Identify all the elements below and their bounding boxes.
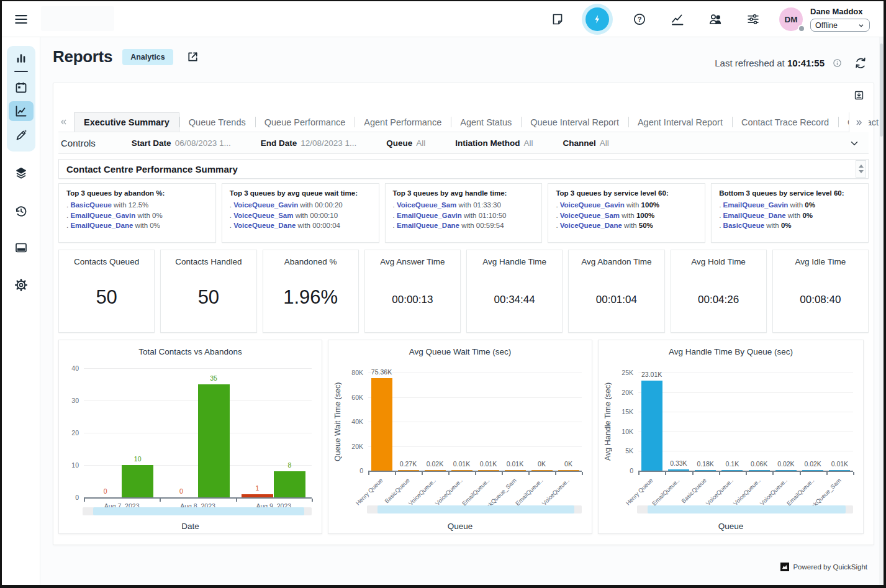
summary-title: Contact Centre Performance Summary <box>66 164 238 174</box>
bar <box>802 470 823 471</box>
chart-title: Avg Queue Wait Time (sec) <box>328 347 592 356</box>
h-scrollbar-thumb[interactable] <box>648 505 846 513</box>
kpi-card-avg-answer-time: Avg Answer Time00:00:13 <box>364 250 461 333</box>
bar-chart-icon[interactable] <box>14 50 29 65</box>
kpi-card-avg-handle-time: Avg Handle Time00:34:44 <box>466 250 563 333</box>
gridline <box>638 451 853 451</box>
insight-value: 0% <box>150 222 160 229</box>
note-icon[interactable] <box>550 12 565 27</box>
filter-intiation-method[interactable]: Intiation MethodAll <box>455 137 533 148</box>
status-select[interactable]: Offline <box>810 19 870 32</box>
insight-line: . EmailQueue_Dane with 0% <box>719 210 861 221</box>
scroll-tabs-right-icon[interactable] <box>849 112 869 132</box>
y-tick-label: 10 <box>57 461 79 469</box>
bar-value-label: 35 <box>201 374 226 382</box>
spinner-up-icon[interactable] <box>859 165 864 168</box>
filter-queue[interactable]: QueueAll <box>386 137 425 148</box>
insight-line: . BasicQueue with 0% <box>719 220 861 231</box>
kpi-card-abandoned: Abandoned %1.96% <box>263 250 359 333</box>
tab-contact-trace-record[interactable]: Contact Trace Record <box>732 112 838 132</box>
insight-box-title: Top 3 queues by service level 60: <box>556 189 697 197</box>
avatar[interactable]: DM <box>779 7 803 31</box>
kpi-label: Avg Hold Time <box>671 257 766 266</box>
axis-tick <box>746 472 747 475</box>
gridline <box>368 397 582 398</box>
insight-box: Top 3 queues by avg handle time:. VoiceQ… <box>385 183 543 243</box>
lightning-icon <box>591 13 603 25</box>
controls-collapse-icon[interactable] <box>849 138 860 149</box>
insight-box-title: Top 3 queues by abandon %: <box>66 189 208 197</box>
tab-queue-performance[interactable]: Queue Performance <box>255 112 355 132</box>
gridline <box>368 373 582 373</box>
y-tick-label: 15K <box>611 408 633 415</box>
tab-executive-summary[interactable]: Executive Summary <box>74 112 179 132</box>
filter-label: Channel <box>563 138 596 148</box>
vertical-scrollbar[interactable] <box>879 37 884 585</box>
bar-value-label: 8 <box>277 461 302 469</box>
help-icon[interactable]: ? <box>632 12 647 27</box>
sidebar-item-reports[interactable] <box>9 101 34 121</box>
hamburger-menu-button[interactable] <box>13 11 29 27</box>
h-scrollbar-thumb[interactable] <box>93 507 304 515</box>
axis-tick <box>638 472 640 475</box>
metrics-icon[interactable] <box>670 12 685 27</box>
sliders-icon[interactable] <box>746 12 761 27</box>
x-category-label: BasicQueue <box>680 477 708 504</box>
x-axis-label: Queue <box>599 522 863 531</box>
filter-value: All <box>524 138 533 148</box>
tab-agent-performance[interactable]: Agent Performance <box>355 112 451 132</box>
queue-name: EmailQueue_Gavin <box>70 212 135 219</box>
bar <box>505 470 526 471</box>
x-category-label: EmailQueue.. <box>651 477 680 507</box>
sidebar <box>2 37 40 585</box>
tab-queue-trends[interactable]: Queue Trends <box>179 112 255 132</box>
insight-value: 0% <box>805 201 815 209</box>
refresh-icon[interactable] <box>854 56 867 70</box>
gear-icon[interactable] <box>14 278 29 292</box>
x-category-label: BasicQueue <box>383 477 410 504</box>
h-scrollbar-thumb[interactable] <box>377 505 574 513</box>
brush-icon[interactable] <box>14 128 29 143</box>
filter-channel[interactable]: ChannelAll <box>563 137 609 148</box>
filter-label: Queue <box>386 138 412 148</box>
insight-line: . VoiceQueue_Dane with 50% <box>556 220 697 231</box>
calendar-icon[interactable] <box>14 80 29 95</box>
bar <box>122 465 153 497</box>
spinner-down-icon[interactable] <box>859 170 864 173</box>
kpi-value: 00:04:26 <box>671 294 766 306</box>
chart-avg-handle-time-by-queue-sec: Avg Handle Time By Queue (sec)Avg Handle… <box>598 340 864 534</box>
y-axis-label: Avg Handle Time (sec) <box>603 360 612 483</box>
filter-start-date[interactable]: Start Date06/08/2023 1... <box>132 137 231 148</box>
tab-agent-interval-report[interactable]: Agent Interval Report <box>628 112 732 132</box>
axis-tick <box>448 472 450 475</box>
bar <box>749 470 770 471</box>
lightning-button[interactable] <box>585 7 609 31</box>
users-icon[interactable] <box>708 12 723 27</box>
insight-value: 00:59:54 <box>476 222 504 229</box>
y-tick-label: 25K <box>611 369 633 376</box>
insight-value: 01:33:30 <box>473 201 501 209</box>
external-link-icon[interactable] <box>186 50 200 64</box>
insight-line: . VoiceQueue_Sam with 01:33:30 <box>393 200 535 210</box>
history-icon[interactable] <box>14 204 29 219</box>
topbar-actions: ? DM <box>550 1 870 37</box>
kpi-label: Abandoned % <box>263 257 358 266</box>
layers-icon[interactable] <box>14 166 29 181</box>
queue-name: BasicQueue <box>723 222 764 229</box>
window-icon[interactable] <box>14 240 29 255</box>
scroll-spinner[interactable] <box>856 160 866 178</box>
filter-end-date[interactable]: End Date12/08/2023 1... <box>261 137 357 148</box>
tab-agent-status[interactable]: Agent Status <box>451 112 521 132</box>
kpi-value: 00:34:44 <box>467 294 562 306</box>
download-icon[interactable] <box>853 89 865 101</box>
scroll-tabs-left-icon[interactable] <box>58 112 69 132</box>
bar-value-label: 10 <box>125 455 150 463</box>
filter-label: Intiation Method <box>455 138 520 148</box>
refresh-area: Last refreshed at 10:41:55 <box>715 56 867 70</box>
y-tick-label: 20K <box>611 389 633 396</box>
queue-name: VoiceQueue_Dane <box>560 222 622 229</box>
vertical-scrollbar-thumb[interactable] <box>880 43 883 137</box>
tab-queue-interval-report[interactable]: Queue Interval Report <box>521 112 628 132</box>
bar <box>668 469 689 471</box>
info-icon[interactable] <box>832 58 843 68</box>
